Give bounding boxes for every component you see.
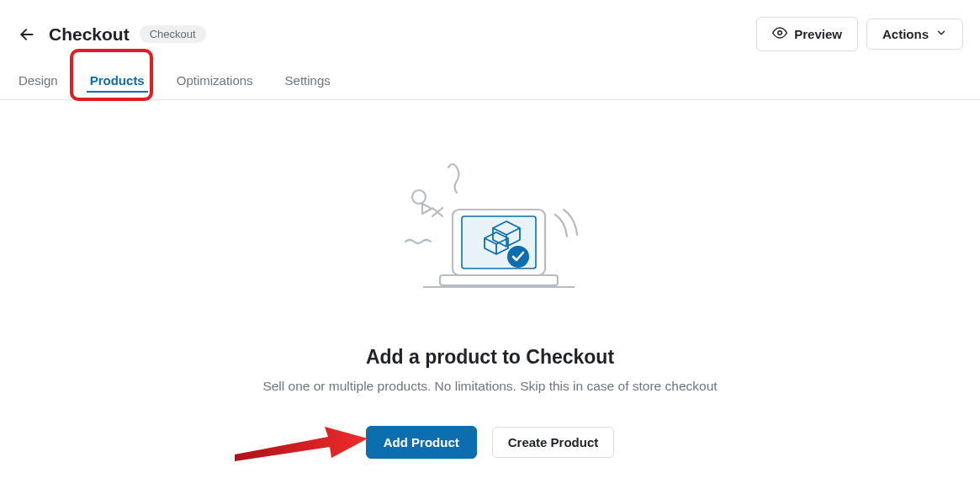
svg-point-1 xyxy=(778,31,782,35)
preview-label: Preview xyxy=(794,27,842,41)
page-title: Checkout xyxy=(49,24,130,45)
actions-button[interactable]: Actions xyxy=(866,19,963,50)
preview-button[interactable]: Preview xyxy=(756,17,858,51)
tab-optimizations[interactable]: Optimizations xyxy=(173,61,257,99)
empty-state-subtitle: Sell one or multiple products. No limita… xyxy=(0,379,980,394)
tab-products[interactable]: Products xyxy=(87,61,148,99)
page-header: Checkout Checkout Preview Actions xyxy=(0,0,980,61)
eye-icon xyxy=(772,25,787,43)
empty-state-title: Add a product to Checkout xyxy=(0,346,980,369)
back-arrow-icon[interactable] xyxy=(17,24,37,45)
tabs-bar: Design Products Optimizations Settings xyxy=(0,61,980,100)
svg-point-2 xyxy=(412,190,426,204)
create-product-button[interactable]: Create Product xyxy=(492,427,615,458)
actions-label: Actions xyxy=(882,27,929,41)
chevron-down-icon xyxy=(935,27,947,41)
empty-state-actions: Add Product Create Product xyxy=(0,426,980,459)
svg-rect-5 xyxy=(440,275,558,285)
empty-state: Add a product to Checkout Sell one or mu… xyxy=(0,100,980,459)
tab-design[interactable]: Design xyxy=(15,61,61,99)
page-badge: Checkout xyxy=(140,25,206,43)
tab-settings[interactable]: Settings xyxy=(282,61,334,99)
add-product-button[interactable]: Add Product xyxy=(366,426,477,459)
laptop-product-illustration xyxy=(394,151,587,322)
